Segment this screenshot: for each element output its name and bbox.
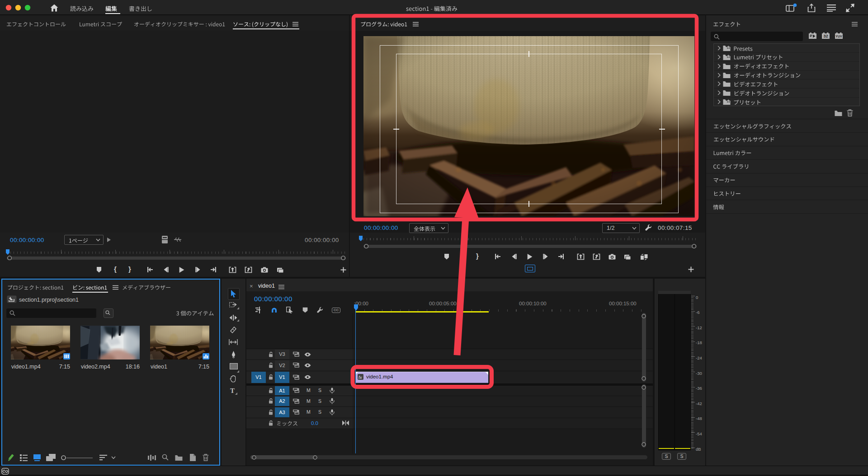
svg-text:YUV: YUV: [835, 35, 842, 38]
svg-text:32: 32: [823, 33, 828, 38]
